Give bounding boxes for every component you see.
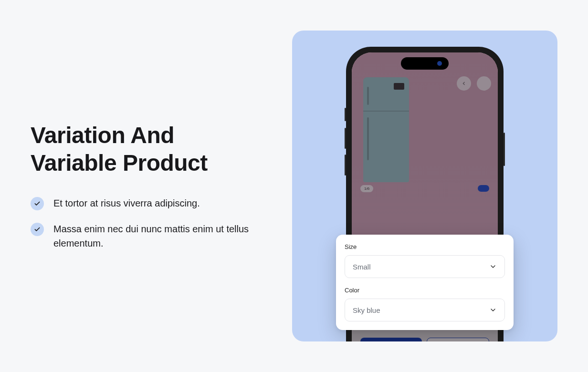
phone-side-button (345, 128, 346, 149)
phone-side-button (345, 108, 346, 121)
variation-popover: Size Small Color Sky blue (336, 235, 514, 330)
mockup-panel: 1/6 Variation Size (292, 31, 557, 341)
feature-section: Variation And Variable Product Et tortor… (0, 0, 588, 372)
bullet-text: Et tortor at risus viverra adipiscing. (53, 196, 200, 210)
check-icon (31, 197, 44, 210)
chevron-down-icon (489, 263, 497, 270)
chevron-down-icon (489, 306, 497, 314)
section-heading: Variation And Variable Product (31, 122, 263, 176)
bullet-item: Et tortor at risus viverra adipiscing. (31, 196, 263, 210)
phone-side-button (345, 155, 346, 176)
size-field: Size Small (345, 243, 505, 278)
phone-side-button (504, 133, 505, 166)
size-select[interactable]: Small (345, 255, 505, 278)
color-select[interactable]: Sky blue (345, 299, 505, 321)
color-field: Color Sky blue (345, 287, 505, 321)
check-icon (31, 223, 44, 236)
select-value: Sky blue (353, 306, 380, 314)
text-column: Variation And Variable Product Et tortor… (31, 122, 263, 250)
bullet-list: Et tortor at risus viverra adipiscing. M… (31, 196, 263, 250)
field-label: Size (345, 243, 505, 250)
field-label: Color (345, 287, 505, 294)
bullet-item: Massa enim nec dui nunc mattis enim ut t… (31, 222, 263, 250)
bullet-text: Massa enim nec dui nunc mattis enim ut t… (53, 222, 263, 250)
dynamic-island (401, 57, 449, 70)
select-value: Small (353, 263, 371, 271)
